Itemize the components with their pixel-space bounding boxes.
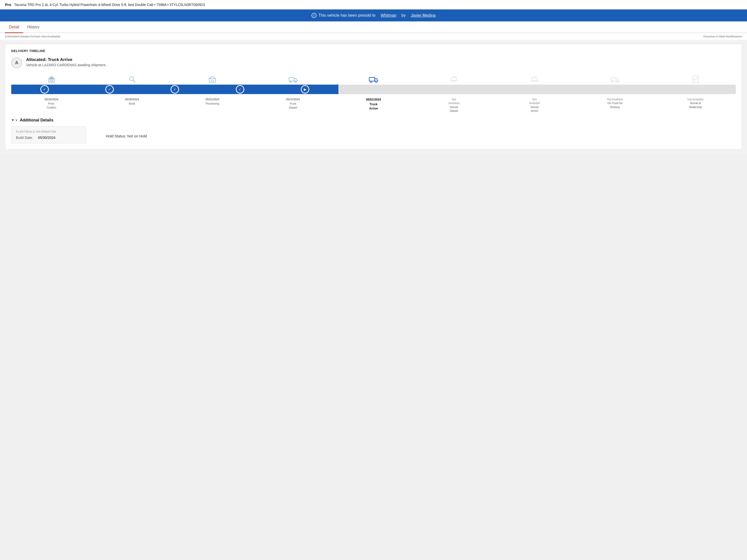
step-9-name: Arrival atDealership	[656, 101, 735, 109]
step-icon-3	[172, 74, 253, 85]
svg-rect-15	[452, 77, 457, 80]
step-label-9: Not Available Arrival atDealership	[655, 98, 736, 109]
step-4-date: 05/31/2024	[253, 98, 333, 101]
progress-filled: ✓ ✓ ✓ ✓ ▶	[11, 85, 338, 94]
strikethrough-right: Receive E-Mail Notification	[703, 34, 742, 38]
step-8-name: On Truck forDelivery	[575, 101, 654, 109]
step-icon-7	[494, 74, 575, 85]
build-date-row: Build Date: 05/30/2024	[16, 136, 81, 140]
top-header: Pro Tacoma TRD Pro 2.4L 4-Cyl. Turbo Hyb…	[0, 0, 747, 9]
step-label-6: NotAvailable VesselDepart	[414, 98, 494, 113]
step-9-date: Not Available	[688, 98, 703, 101]
step-7-date: NotAvailable	[529, 98, 540, 105]
dealership-check-icon	[690, 74, 701, 84]
step-2-name: Build	[92, 102, 172, 106]
progress-bar: ✓ ✓ ✓ ✓ ▶	[11, 85, 736, 94]
step-icon-8	[575, 74, 655, 85]
step-4-name: TruckDepart	[253, 102, 333, 109]
build-date-label: Build Date:	[16, 136, 33, 140]
check-circle-3: ✓	[171, 85, 179, 94]
step-3-name: Processing	[173, 102, 252, 106]
step-1-date: 02/16/2024	[12, 98, 91, 101]
step-6-date: NotAvailable	[448, 98, 459, 105]
info-row: Estimated Dealer Arrival: Not Available …	[0, 33, 747, 40]
step-icon-4	[253, 74, 333, 85]
additional-details-title: Additional Details	[20, 118, 53, 123]
step-7-name: VesselArrive	[495, 105, 574, 113]
svg-rect-12	[369, 77, 375, 81]
svg-line-6	[133, 80, 135, 82]
collapse-arrows: ▼ ∨	[11, 118, 18, 122]
labels-row: 02/16/2024 Prod.Confirm 05/30/2024 Build…	[11, 98, 736, 113]
step-3-date: 05/31/2024	[173, 98, 252, 101]
strikethrough-left: Estimated Dealer Arrival: Not Available	[5, 34, 60, 38]
vehicle-title: Tacoma TRD Pro 2.4L 4-Cyl. Turbo Hybrid …	[14, 3, 205, 7]
step-label-8: Not Available On Truck forDelivery	[575, 98, 655, 109]
svg-rect-7	[209, 79, 216, 82]
main-content: DELIVERY TIMELINE A Allocated: Truck Arr…	[0, 40, 747, 154]
step-icon-1	[11, 74, 92, 85]
step-5-name: TruckArrive	[334, 102, 413, 111]
delivery-truck-icon	[609, 74, 621, 84]
tab-history[interactable]: History	[23, 21, 44, 33]
plant-build-box: PLANT/BUILD INFORMATION Build Date: 05/3…	[11, 127, 86, 143]
svg-rect-3	[50, 80, 51, 82]
step-label-3: 05/31/2024 Processing	[172, 98, 253, 106]
play-circle: ▶	[301, 85, 309, 94]
step-2-date: 05/30/2024	[92, 98, 172, 101]
warehouse-icon	[206, 74, 218, 84]
vessel-depart-icon	[448, 74, 460, 84]
truck-depart-icon	[287, 74, 299, 84]
check-circle-2: ✓	[105, 85, 114, 94]
check-circle-1: ✓	[40, 85, 49, 94]
plant-section-label: PLANT/BUILD INFORMATION	[16, 130, 81, 133]
svg-point-22	[617, 81, 618, 82]
step-5-date: 06/01/2024	[334, 98, 413, 102]
truck-arrive-icon	[367, 74, 380, 84]
svg-rect-8	[211, 80, 214, 82]
timeline-card: DELIVERY TIMELINE A Allocated: Truck Arr…	[5, 44, 742, 150]
inspect-icon	[126, 74, 138, 84]
seller-link[interactable]: Javier Medina	[411, 13, 436, 18]
svg-rect-9	[289, 78, 294, 81]
status-row: A Allocated: Truck Arrive Vehicle at LAZ…	[11, 57, 736, 68]
timeline-section-label: DELIVERY TIMELINE	[11, 49, 736, 53]
presold-banner: i This vehicle has been presold to Whitm…	[0, 9, 747, 21]
check-circle-4: ✓	[236, 85, 244, 94]
presold-text: This vehicle has been presold to	[318, 13, 376, 18]
step-icon-2	[92, 74, 172, 85]
svg-rect-23	[693, 76, 698, 82]
svg-point-21	[612, 81, 613, 82]
step-label-2: 05/30/2024 Build	[92, 98, 172, 106]
vessel-arrive-icon	[529, 74, 541, 84]
timeline-icons	[11, 74, 736, 85]
svg-point-11	[295, 81, 296, 82]
svg-rect-4	[52, 80, 53, 82]
step-label-1: 02/16/2024 Prod.Confirm	[11, 98, 92, 109]
step-6-name: VesselDepart	[414, 105, 494, 113]
additional-details: ▼ ∨ Additional Details PLANT/BUILD INFOR…	[11, 118, 736, 143]
build-date-value: 05/30/2024	[38, 136, 55, 140]
step-8-date: Not Available	[607, 98, 623, 101]
info-icon: i	[311, 13, 316, 18]
svg-rect-18	[532, 77, 537, 80]
status-title: Allocated: Truck Arrive	[26, 57, 106, 62]
factory-icon	[46, 74, 57, 84]
status-circle: A	[11, 57, 22, 68]
step-icon-6	[414, 74, 494, 85]
status-desc: Vehicle at LAZARO CARDENAS awaiting ship…	[26, 63, 106, 67]
svg-rect-20	[611, 78, 616, 81]
step-label-5: 06/01/2024 TruckArrive	[333, 98, 414, 110]
hold-status: Hold Status: Not on Hold	[106, 127, 147, 138]
additional-details-header[interactable]: ▼ ∨ Additional Details	[11, 118, 736, 123]
pro-label: Pro	[5, 2, 11, 7]
step-label-7: NotAvailable VesselArrive	[494, 98, 575, 113]
tab-detail[interactable]: Detail	[5, 21, 23, 33]
tabs-row: Detail History	[0, 21, 747, 33]
step-label-4: 05/31/2024 TruckDepart	[253, 98, 333, 109]
step-icon-9	[655, 74, 736, 85]
buyer-link[interactable]: Whitman	[381, 13, 396, 18]
step-1-name: Prod.Confirm	[12, 102, 91, 109]
svg-point-10	[290, 81, 291, 82]
step-icon-5	[333, 74, 414, 85]
